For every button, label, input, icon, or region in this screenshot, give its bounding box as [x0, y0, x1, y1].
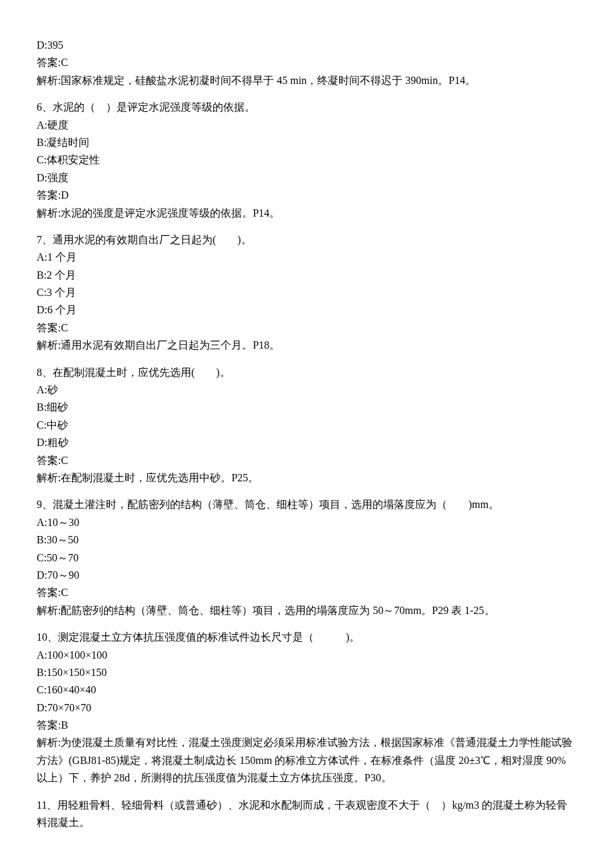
option-d: D:395: [37, 37, 576, 54]
question-6: 6、水泥的（ ）是评定水泥强度等级的依据。 A:硬度 B:凝结时间 C:体积安定…: [37, 99, 576, 222]
answer-text: 答案:C: [37, 319, 576, 337]
option-b: B:30～50: [37, 531, 576, 549]
answer-text: 答案:B: [37, 717, 576, 734]
explain-text: 解析:国家标准规定，硅酸盐水泥初凝时间不得早于 45 min，终凝时间不得迟于 …: [37, 72, 576, 89]
question-10: 10、测定混凝土立方体抗压强度值的标准试件边长尺寸是（ )。 A:100×100…: [37, 629, 576, 787]
answer-text: 答案:C: [37, 452, 576, 469]
explain-text: 解析:通用水泥有效期自出厂之日起为三个月。P18。: [37, 337, 576, 354]
option-c: C:3 个月: [37, 284, 576, 301]
option-a: A:砂: [37, 381, 576, 399]
option-a: A:10～30: [37, 514, 576, 531]
answer-text: 答案:C: [37, 584, 576, 601]
option-b: B:细砂: [37, 399, 576, 416]
answer-text: 答案:C: [37, 54, 576, 71]
option-a: A:1 个月: [37, 249, 576, 266]
option-d: D:粗砂: [37, 434, 576, 451]
option-d: D:70×70×70: [37, 699, 576, 717]
option-d: D:强度: [37, 169, 576, 187]
option-c: C:体积安定性: [37, 151, 576, 169]
option-d: D:70～90: [37, 567, 576, 584]
question-stem: 11、用轻粗骨料、轻细骨料（或普通砂）、水泥和水配制而成，干表观密度不大于（ ）…: [37, 797, 576, 832]
explain-text: 解析:水泥的强度是评定水泥强度等级的依据。P14。: [37, 205, 576, 222]
option-c: C:50～70: [37, 549, 576, 567]
explain-text: 解析:为使混凝土质量有对比性，混凝土强度测定必须采用标准试验方法，根据国家标准《…: [37, 734, 576, 787]
question-stem: 6、水泥的（ ）是评定水泥强度等级的依据。: [37, 99, 576, 116]
question-8: 8、在配制混凝土时，应优先选用( )。 A:砂 B:细砂 C:中砂 D:粗砂 答…: [37, 364, 576, 487]
explain-text: 解析:配筋密列的结构（薄壁、筒仓、细柱等）项目，选用的塌落度应为 50～70mm…: [37, 602, 576, 619]
question-9: 9、混凝土灌注时，配筋密列的结构（薄壁、筒仓、细柱等）项目，选用的塌落度应为（ …: [37, 496, 576, 619]
question-stem: 8、在配制混凝土时，应优先选用( )。: [37, 364, 576, 381]
option-c: C:中砂: [37, 417, 576, 434]
question-stem: 7、通用水泥的有效期自出厂之日起为( )。: [37, 231, 576, 249]
explain-text: 解析:在配制混凝土时，应优先选用中砂。P25。: [37, 469, 576, 487]
option-b: B:2 个月: [37, 267, 576, 284]
option-a: A:100×100×100: [37, 647, 576, 664]
question-stem: 10、测定混凝土立方体抗压强度值的标准试件边长尺寸是（ )。: [37, 629, 576, 646]
option-c: C:160×40×40: [37, 681, 576, 699]
answer-text: 答案:D: [37, 187, 576, 204]
question-7: 7、通用水泥的有效期自出厂之日起为( )。 A:1 个月 B:2 个月 C:3 …: [37, 231, 576, 355]
question-5-partial: D:395 答案:C 解析:国家标准规定，硅酸盐水泥初凝时间不得早于 45 mi…: [37, 37, 576, 89]
option-b: B:150×150×150: [37, 664, 576, 681]
option-a: A:硬度: [37, 117, 576, 134]
question-stem: 9、混凝土灌注时，配筋密列的结构（薄壁、筒仓、细柱等）项目，选用的塌落度应为（ …: [37, 496, 576, 513]
question-11: 11、用轻粗骨料、轻细骨料（或普通砂）、水泥和水配制而成，干表观密度不大于（ ）…: [37, 797, 576, 832]
option-d: D:6 个月: [37, 301, 576, 319]
option-b: B:凝结时间: [37, 134, 576, 151]
